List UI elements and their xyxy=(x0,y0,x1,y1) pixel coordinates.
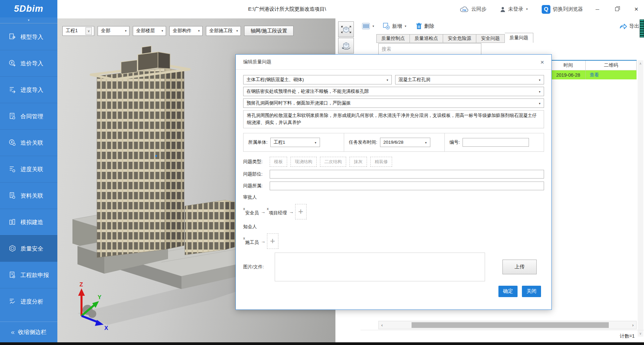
number-input[interactable] xyxy=(463,138,529,147)
export-button[interactable]: 导出 xyxy=(619,23,639,29)
publish-time-select[interactable]: 2019/6/28 xyxy=(380,138,430,147)
login-menu[interactable]: 未登录 ▼ xyxy=(500,6,528,12)
project-combo[interactable]: 工程1 ∨ xyxy=(62,26,94,36)
informed-tag[interactable]: x 施工员 xyxy=(243,237,260,246)
dialog-title: 编辑质量问题 xyxy=(243,59,271,65)
cloud-sync-button[interactable]: PM 云同步 xyxy=(460,6,486,13)
approver-name: 项目经理 xyxy=(269,210,287,215)
view-qrcode-link[interactable]: 查看 xyxy=(590,72,599,78)
orbit-view-button[interactable] xyxy=(338,38,354,54)
tab-quality-issues[interactable]: 质量问题 xyxy=(505,33,533,43)
issue-type-chips: 模板 现浇结构 二次结构 抹灰 精装修 xyxy=(270,157,392,167)
switch-browser-button[interactable]: Q 切换到浏览器 xyxy=(542,5,583,14)
upload-button[interactable]: 上传 xyxy=(502,260,537,274)
collapse-sidebar-button[interactable]: « 收缩侧边栏 xyxy=(0,322,57,342)
tab-safety-hazards[interactable]: 安全危险源 xyxy=(443,34,476,43)
add-button[interactable]: 新增 ▼ xyxy=(383,22,407,30)
components-combo[interactable]: 全部构件 ▼ xyxy=(169,26,203,36)
payment-apply-icon: ¥ xyxy=(9,271,16,279)
chip-cast-in-place[interactable]: 现浇结构 xyxy=(290,157,317,167)
scroll-up-icon[interactable]: ∧ xyxy=(639,60,642,67)
remove-icon[interactable]: x xyxy=(243,236,245,240)
sidebar-item-data-link[interactable]: 资料关联 xyxy=(0,182,57,209)
project-path: E:\广州港设计所大院更新改造项目\ xyxy=(57,0,517,18)
scroll-right-icon[interactable]: › xyxy=(630,321,636,329)
vertical-scrollbar[interactable]: ∧ ∨ xyxy=(638,60,643,337)
minor-category-select[interactable]: 混凝土工程孔洞 xyxy=(395,75,544,84)
scroll-left-icon[interactable]: ‹ xyxy=(379,321,385,329)
cell-time: 2019-06-28 xyxy=(551,70,586,79)
sidebar-item-model-import[interactable]: 模型导入 xyxy=(0,23,57,50)
model-import-icon xyxy=(9,33,16,41)
delete-label: 删除 xyxy=(424,23,434,29)
zoom-extents-button[interactable] xyxy=(338,21,354,37)
edge-dock-handle[interactable] xyxy=(640,19,644,38)
sidebar-item-label: 进度导入 xyxy=(20,86,43,94)
remove-icon[interactable]: x xyxy=(243,207,245,211)
floors-combo[interactable]: 全部楼层 ▼ xyxy=(133,26,166,36)
axis-triad: Z Y X xyxy=(78,281,108,331)
unit-select[interactable]: 工程1 xyxy=(270,138,320,147)
problem-desc-select[interactable]: 在钢筋密实处或预埋件处，砼灌注不顺畅，不能充满模板孔隙 xyxy=(243,87,544,96)
sidebar-item-sim-build[interactable]: 模拟建造 xyxy=(0,209,57,235)
major-category-select[interactable]: 主体工程(钢筋混凝土、砌体) xyxy=(243,75,392,84)
remove-icon[interactable]: x xyxy=(267,207,269,211)
issue-part-input[interactable] xyxy=(270,170,544,179)
sidebar-item-cost-import[interactable]: ¥ 造价导入 xyxy=(0,50,57,76)
minimize-button[interactable]: ─ xyxy=(592,4,602,14)
confirm-button[interactable]: 确定 xyxy=(498,286,518,297)
columns-menu-button[interactable]: ▼ xyxy=(362,22,375,30)
add-informed-button[interactable]: + xyxy=(267,233,278,249)
cost-link-icon: ¥ xyxy=(9,139,16,146)
dialog-close-icon[interactable]: × xyxy=(540,59,544,65)
sidebar-item-label: 资料关联 xyxy=(20,192,43,200)
sidebar-item-label: 工程款申报 xyxy=(20,271,49,279)
chip-plastering[interactable]: 抹灰 xyxy=(350,157,367,167)
zoom-extents-cube-icon xyxy=(340,23,352,36)
table-row[interactable]: 2019-06-28 查看 xyxy=(551,70,637,79)
sidebar-item-schedule-link[interactable]: 进度关联 xyxy=(0,156,57,182)
scope-combo[interactable]: 全部 ▼ xyxy=(98,26,129,36)
export-label: 导出 xyxy=(629,23,639,29)
search-input[interactable] xyxy=(378,43,481,55)
tab-safety-issues[interactable]: 安全问题 xyxy=(476,34,505,43)
sidebar-item-cost-link[interactable]: ¥ 造价关联 xyxy=(0,129,57,156)
chip-formwork[interactable]: 模板 xyxy=(270,157,287,167)
files-dropzone[interactable] xyxy=(275,253,485,281)
add-icon xyxy=(383,22,390,30)
informed-row: x 施工员 → + xyxy=(243,233,544,249)
logo-caret-icon[interactable]: ▼ xyxy=(0,17,57,23)
sidebar-item-quality-safety[interactable]: 质量安全 xyxy=(0,235,57,262)
sidebar-item-contract-manage[interactable]: 合同管理 xyxy=(0,103,57,129)
restore-button[interactable] xyxy=(612,4,622,14)
window-bottom-edge xyxy=(0,342,644,345)
count-label: 计数=1 xyxy=(620,333,635,339)
close-button[interactable]: × xyxy=(631,4,641,14)
scrollbar-thumb[interactable] xyxy=(412,322,609,328)
delete-button[interactable]: 删除 xyxy=(416,22,434,30)
treatment-textarea[interactable]: 将孔洞周围的松散混凝土和软弱浆膜凿除，并形成规则几何形状，用水清洗干净并充分湿润… xyxy=(243,110,544,128)
prevention-select[interactable]: 预留孔洞两侧同时下料，侧面加开浇灌口，严防漏振 xyxy=(243,98,544,108)
sections-combo[interactable]: 全部施工段 ▼ xyxy=(206,26,241,36)
sidebar-item-label: 进度分析 xyxy=(20,298,43,305)
issue-belong-input[interactable] xyxy=(270,182,544,190)
approver-tag[interactable]: x 项目经理 xyxy=(267,207,288,216)
cost-import-icon: ¥ xyxy=(9,60,16,67)
tab-quality-inspection-points[interactable]: 质量巡检点 xyxy=(410,34,443,43)
chevron-down-icon: ∨ xyxy=(86,27,92,35)
dialog-close-button[interactable]: 关闭 xyxy=(522,286,541,297)
tab-quality-control-points[interactable]: 质量控制点 xyxy=(376,34,410,43)
add-approver-button[interactable]: + xyxy=(295,204,307,219)
approver-tag[interactable]: x 安全员 xyxy=(243,207,260,216)
chip-secondary-structure[interactable]: 二次结构 xyxy=(320,157,346,167)
sidebar-item-payment-apply[interactable]: ¥ 工程款申报 xyxy=(0,262,57,288)
sidebar-item-schedule-analysis[interactable]: 进度分析 xyxy=(0,288,57,315)
sidebar-item-schedule-import[interactable]: 进度导入 xyxy=(0,76,57,103)
unit-label: 所属单体: xyxy=(248,139,268,145)
column-header-qrcode[interactable]: 二维码 xyxy=(586,61,637,70)
grid-section-settings-button[interactable]: 轴网/施工段设置 xyxy=(244,26,293,36)
chip-fine-decoration[interactable]: 精装修 xyxy=(370,157,392,167)
horizontal-scrollbar[interactable]: ‹ › xyxy=(378,321,637,329)
column-header-time[interactable]: 时间 xyxy=(551,61,586,70)
cloud-icon: PM xyxy=(460,6,469,13)
